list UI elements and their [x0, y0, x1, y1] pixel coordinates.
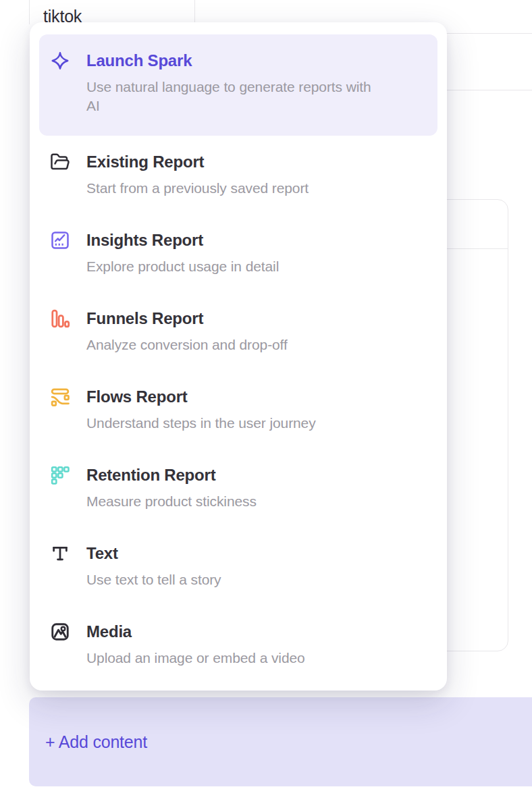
- menu-item-funnels-report[interactable]: Funnels Report Analyze conversion and dr…: [39, 292, 437, 371]
- menu-item-description: Measure product stickiness: [86, 492, 257, 511]
- menu-item-description: Analyze conversion and drop-off: [86, 335, 288, 354]
- insights-chart-icon: [50, 230, 70, 250]
- menu-item-retention-report[interactable]: Retention Report Measure product stickin…: [39, 449, 437, 527]
- menu-item-launch-spark[interactable]: Launch Spark Use natural language to gen…: [39, 34, 437, 136]
- menu-item-description: Use natural language to generate reports…: [86, 78, 371, 115]
- menu-item-label: Launch Spark: [86, 51, 371, 71]
- menu-item-flows-report[interactable]: Flows Report Understand steps in the use…: [39, 371, 437, 449]
- menu-item-text-block[interactable]: Text Use text to tell a story: [39, 527, 437, 605]
- text-icon: [50, 543, 70, 564]
- menu-item-media[interactable]: Media Upload an image or embed a video: [39, 605, 437, 684]
- menu-item-text: Text Use text to tell a story: [86, 543, 221, 589]
- menu-item-text: Launch Spark Use natural language to gen…: [86, 51, 371, 115]
- menu-item-description: Upload an image or embed a video: [86, 649, 305, 668]
- menu-item-text: Retention Report Measure product stickin…: [86, 465, 257, 511]
- menu-item-text: Funnels Report Analyze conversion and dr…: [86, 308, 288, 354]
- retention-grid-icon: [50, 465, 70, 485]
- spark-icon: [50, 51, 70, 71]
- menu-item-existing-report[interactable]: Existing Report Start from a previously …: [39, 136, 437, 214]
- menu-item-description: Start from a previously saved report: [86, 179, 309, 198]
- menu-item-text: Existing Report Start from a previously …: [86, 152, 309, 198]
- menu-item-description: Use text to tell a story: [86, 570, 221, 589]
- menu-item-insights-report[interactable]: Insights Report Explore product usage in…: [39, 214, 437, 292]
- background-vertical-divider: [29, 0, 30, 24]
- flows-icon: [50, 387, 70, 407]
- add-content-button[interactable]: + Add content: [29, 697, 532, 786]
- menu-item-label: Flows Report: [86, 387, 316, 407]
- folder-open-icon: [50, 152, 70, 172]
- menu-item-text: Flows Report Understand steps in the use…: [86, 387, 316, 433]
- menu-item-text: Insights Report Explore product usage in…: [86, 230, 279, 276]
- menu-item-label: Media: [86, 622, 305, 642]
- menu-item-label: Retention Report: [86, 465, 257, 485]
- menu-item-label: Insights Report: [86, 230, 279, 250]
- funnels-bars-icon: [50, 308, 70, 329]
- add-content-menu: Launch Spark Use natural language to gen…: [30, 22, 447, 691]
- menu-item-label: Funnels Report: [86, 308, 288, 329]
- menu-item-label: Existing Report: [86, 152, 309, 172]
- add-content-label: + Add content: [45, 732, 147, 752]
- menu-item-description: Explore product usage in detail: [86, 257, 279, 276]
- menu-item-description: Understand steps in the user journey: [86, 414, 316, 433]
- media-image-icon: [50, 622, 70, 642]
- menu-item-text: Media Upload an image or embed a video: [86, 622, 305, 668]
- menu-item-label: Text: [86, 543, 221, 564]
